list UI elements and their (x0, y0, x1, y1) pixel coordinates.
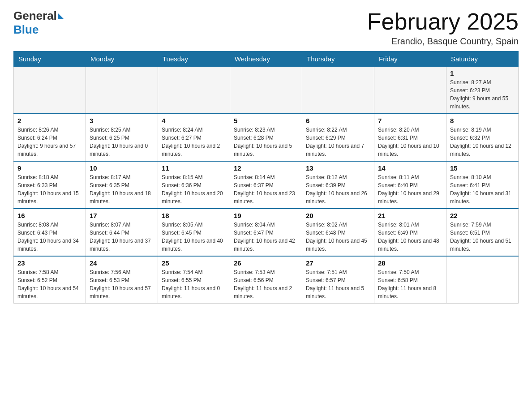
day-info: Sunrise: 8:26 AMSunset: 6:24 PMDaylight:… (17, 126, 82, 158)
day-info: Sunrise: 8:02 AMSunset: 6:48 PMDaylight:… (306, 221, 370, 253)
calendar-cell: 6Sunrise: 8:22 AMSunset: 6:29 PMDaylight… (302, 114, 374, 161)
calendar-cell: 27Sunrise: 7:51 AMSunset: 6:57 PMDayligh… (302, 256, 374, 304)
day-info: Sunrise: 8:01 AMSunset: 6:49 PMDaylight:… (378, 221, 442, 253)
day-info: Sunrise: 8:14 AMSunset: 6:37 PMDaylight:… (234, 173, 298, 206)
calendar-cell: 8Sunrise: 8:19 AMSunset: 6:32 PMDaylight… (446, 114, 519, 161)
day-info: Sunrise: 8:07 AMSunset: 6:44 PMDaylight:… (90, 221, 154, 253)
day-number: 9 (17, 164, 82, 172)
day-of-week-header: Sunday (14, 51, 86, 67)
calendar-week-row: 9Sunrise: 8:18 AMSunset: 6:33 PMDaylight… (14, 161, 519, 209)
day-number: 4 (162, 117, 226, 124)
day-info: Sunrise: 8:10 AMSunset: 6:41 PMDaylight:… (450, 173, 515, 206)
calendar-cell: 16Sunrise: 8:08 AMSunset: 6:43 PMDayligh… (14, 209, 86, 256)
day-info: Sunrise: 7:54 AMSunset: 6:55 PMDaylight:… (162, 268, 226, 300)
day-number: 10 (90, 164, 154, 172)
calendar-cell: 5Sunrise: 8:23 AMSunset: 6:28 PMDaylight… (230, 114, 302, 161)
calendar-cell: 9Sunrise: 8:18 AMSunset: 6:33 PMDaylight… (14, 161, 86, 209)
calendar-cell: 24Sunrise: 7:56 AMSunset: 6:53 PMDayligh… (86, 256, 158, 304)
calendar-cell: 4Sunrise: 8:24 AMSunset: 6:27 PMDaylight… (158, 114, 230, 161)
calendar-cell: 3Sunrise: 8:25 AMSunset: 6:25 PMDaylight… (86, 114, 158, 161)
logo-arrow-icon (58, 13, 64, 19)
calendar-cell (230, 67, 302, 114)
calendar-cell: 11Sunrise: 8:15 AMSunset: 6:36 PMDayligh… (158, 161, 230, 209)
logo-blue-text: Blue (13, 23, 39, 37)
day-of-week-header: Tuesday (158, 51, 230, 67)
calendar-cell: 15Sunrise: 8:10 AMSunset: 6:41 PMDayligh… (446, 161, 519, 209)
day-info: Sunrise: 7:56 AMSunset: 6:53 PMDaylight:… (90, 268, 154, 300)
day-of-week-header: Wednesday (230, 51, 302, 67)
day-of-week-header: Saturday (446, 51, 519, 67)
calendar-cell (14, 67, 86, 114)
day-of-week-header: Friday (374, 51, 446, 67)
day-info: Sunrise: 8:24 AMSunset: 6:27 PMDaylight:… (162, 126, 226, 158)
day-info: Sunrise: 8:05 AMSunset: 6:45 PMDaylight:… (162, 221, 226, 253)
day-number: 26 (234, 259, 298, 267)
day-number: 13 (306, 164, 370, 172)
calendar-cell: 2Sunrise: 8:26 AMSunset: 6:24 PMDaylight… (14, 114, 86, 161)
calendar-cell: 18Sunrise: 8:05 AMSunset: 6:45 PMDayligh… (158, 209, 230, 256)
calendar-cell: 25Sunrise: 7:54 AMSunset: 6:55 PMDayligh… (158, 256, 230, 304)
day-of-week-header: Monday (86, 51, 158, 67)
day-number: 11 (162, 164, 226, 172)
day-info: Sunrise: 8:15 AMSunset: 6:36 PMDaylight:… (162, 173, 226, 206)
day-info: Sunrise: 8:20 AMSunset: 6:31 PMDaylight:… (378, 126, 442, 158)
location-text: Erandio, Basque Country, Spain (367, 36, 519, 47)
logo-general-text: General (13, 9, 57, 23)
day-number: 1 (450, 69, 515, 77)
day-number: 6 (306, 117, 370, 124)
day-number: 12 (234, 164, 298, 172)
day-number: 5 (234, 117, 298, 124)
calendar-week-row: 23Sunrise: 7:58 AMSunset: 6:52 PMDayligh… (14, 256, 519, 304)
day-of-week-header: Thursday (302, 51, 374, 67)
day-info: Sunrise: 8:27 AMSunset: 6:23 PMDaylight:… (450, 78, 515, 111)
calendar-cell: 1Sunrise: 8:27 AMSunset: 6:23 PMDaylight… (446, 67, 519, 114)
day-number: 28 (378, 259, 442, 267)
calendar-cell (374, 67, 446, 114)
calendar-cell: 19Sunrise: 8:04 AMSunset: 6:47 PMDayligh… (230, 209, 302, 256)
day-info: Sunrise: 8:17 AMSunset: 6:35 PMDaylight:… (90, 173, 154, 206)
day-number: 14 (378, 164, 442, 172)
day-info: Sunrise: 8:25 AMSunset: 6:25 PMDaylight:… (90, 126, 154, 158)
day-number: 19 (234, 212, 298, 219)
calendar-cell: 12Sunrise: 8:14 AMSunset: 6:37 PMDayligh… (230, 161, 302, 209)
calendar-table: SundayMondayTuesdayWednesdayThursdayFrid… (13, 51, 519, 304)
day-info: Sunrise: 7:59 AMSunset: 6:51 PMDaylight:… (450, 221, 515, 253)
calendar-cell (86, 67, 158, 114)
day-number: 2 (17, 117, 82, 124)
calendar-cell: 22Sunrise: 7:59 AMSunset: 6:51 PMDayligh… (446, 209, 519, 256)
day-info: Sunrise: 7:58 AMSunset: 6:52 PMDaylight:… (17, 268, 82, 300)
calendar-cell: 17Sunrise: 8:07 AMSunset: 6:44 PMDayligh… (86, 209, 158, 256)
calendar-cell: 21Sunrise: 8:01 AMSunset: 6:49 PMDayligh… (374, 209, 446, 256)
day-info: Sunrise: 8:19 AMSunset: 6:32 PMDaylight:… (450, 126, 515, 158)
day-number: 22 (450, 212, 515, 219)
calendar-cell (302, 67, 374, 114)
day-number: 8 (450, 117, 515, 124)
day-number: 21 (378, 212, 442, 219)
calendar-cell: 20Sunrise: 8:02 AMSunset: 6:48 PMDayligh… (302, 209, 374, 256)
calendar-cell: 7Sunrise: 8:20 AMSunset: 6:31 PMDaylight… (374, 114, 446, 161)
calendar-cell: 14Sunrise: 8:11 AMSunset: 6:40 PMDayligh… (374, 161, 446, 209)
calendar-cell (446, 256, 519, 304)
day-number: 24 (90, 259, 154, 267)
day-info: Sunrise: 8:23 AMSunset: 6:28 PMDaylight:… (234, 126, 298, 158)
day-info: Sunrise: 8:08 AMSunset: 6:43 PMDaylight:… (17, 221, 82, 253)
day-info: Sunrise: 8:04 AMSunset: 6:47 PMDaylight:… (234, 221, 298, 253)
calendar-cell: 23Sunrise: 7:58 AMSunset: 6:52 PMDayligh… (14, 256, 86, 304)
calendar-cell (158, 67, 230, 114)
day-number: 20 (306, 212, 370, 219)
day-info: Sunrise: 8:22 AMSunset: 6:29 PMDaylight:… (306, 126, 370, 158)
day-number: 15 (450, 164, 515, 172)
calendar-cell: 10Sunrise: 8:17 AMSunset: 6:35 PMDayligh… (86, 161, 158, 209)
day-info: Sunrise: 8:18 AMSunset: 6:33 PMDaylight:… (17, 173, 82, 206)
day-number: 17 (90, 212, 154, 219)
logo: General Blue (13, 9, 65, 37)
calendar-cell: 28Sunrise: 7:50 AMSunset: 6:58 PMDayligh… (374, 256, 446, 304)
day-info: Sunrise: 8:12 AMSunset: 6:39 PMDaylight:… (306, 173, 370, 206)
day-number: 27 (306, 259, 370, 267)
calendar-cell: 26Sunrise: 7:53 AMSunset: 6:56 PMDayligh… (230, 256, 302, 304)
calendar-week-row: 16Sunrise: 8:08 AMSunset: 6:43 PMDayligh… (14, 209, 519, 256)
day-info: Sunrise: 7:51 AMSunset: 6:57 PMDaylight:… (306, 268, 370, 300)
day-info: Sunrise: 8:11 AMSunset: 6:40 PMDaylight:… (378, 173, 442, 206)
calendar-week-row: 2Sunrise: 8:26 AMSunset: 6:24 PMDaylight… (14, 114, 519, 161)
day-number: 25 (162, 259, 226, 267)
